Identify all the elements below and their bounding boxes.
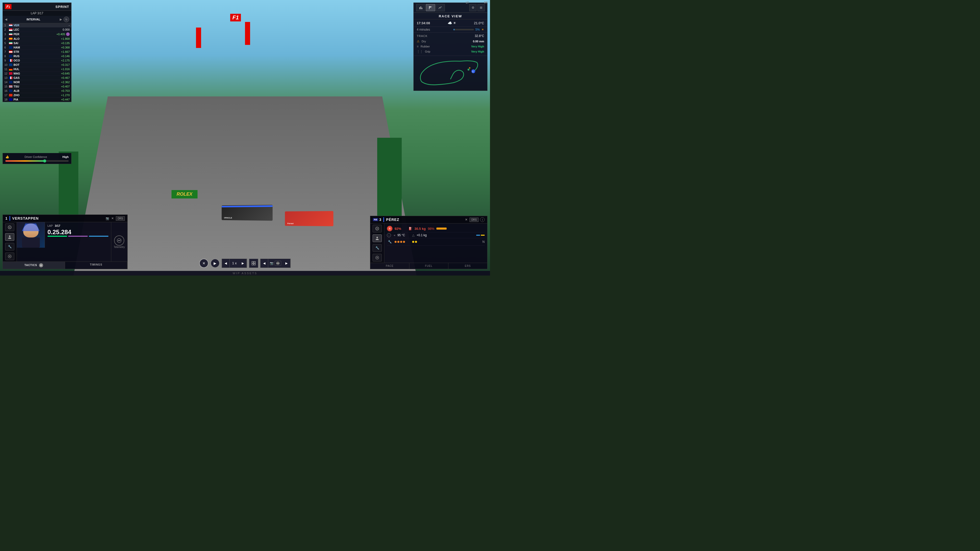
- wip-label: WIP ASSETS: [233, 272, 257, 275]
- driver-row[interactable]: 5 SAI +0.135: [3, 41, 71, 45]
- driver-row[interactable]: 2 LEC 0.000: [3, 27, 71, 32]
- dry-row: ⚠ Dry 0.00 mm: [417, 39, 484, 44]
- driver-row[interactable]: 1 VER -: [3, 23, 71, 27]
- driver-row[interactable]: 11 HUL +1.016: [3, 67, 71, 71]
- driver-code: MAG: [14, 72, 22, 75]
- tab-flag-view[interactable]: [426, 4, 435, 11]
- driver-row[interactable]: 8 RUS +0.146: [3, 54, 71, 59]
- driver-row[interactable]: 9 OCO +2.175: [3, 59, 71, 63]
- footer-fuel[interactable]: FUEL: [409, 263, 449, 269]
- sidebar-wrench-icon[interactable]: 🔧: [5, 243, 14, 251]
- pace-label: PACE: [372, 265, 407, 267]
- driver-flag: [9, 28, 13, 31]
- confidence-handle: [43, 159, 46, 162]
- view-mode-button[interactable]: [249, 259, 258, 268]
- driver-flag: [9, 42, 13, 44]
- driver-row[interactable]: 10 BOT +0.317: [3, 63, 71, 67]
- telemetry-icon: [114, 235, 124, 246]
- driver-code: PIA: [14, 98, 22, 101]
- close-per-panel[interactable]: ✕: [465, 218, 468, 221]
- driver-flag: [9, 59, 13, 62]
- per-position: 3: [379, 218, 381, 222]
- driver-row[interactable]: 6 HAM +0.368: [3, 45, 71, 50]
- track-map-svg: 1: [417, 58, 484, 89]
- sidebar-tyre-icon[interactable]: [5, 224, 14, 231]
- verstappen-panel: 1 VERSTAPPEN 📷 ✕ DRS 🔧: [3, 214, 127, 269]
- per-sidebar-strategy[interactable]: [372, 254, 382, 262]
- trigger-labels: LT RT: [466, 1, 487, 4]
- camera-icon[interactable]: 📷: [106, 217, 109, 220]
- close-ver-panel[interactable]: ✕: [111, 217, 114, 220]
- driver-row[interactable]: 12 MAG +0.645: [3, 71, 71, 76]
- refresh-button[interactable]: ↻: [64, 17, 69, 22]
- per-team-bar: [383, 218, 384, 222]
- driver-row[interactable]: 16 ALB +0.703: [3, 89, 71, 93]
- camera-controls: ◀ 📷 RS ▶: [260, 259, 291, 268]
- dot-3: [400, 241, 402, 243]
- camera-next[interactable]: ▶: [283, 259, 290, 268]
- tab-line-chart[interactable]: [436, 4, 445, 11]
- driver-row[interactable]: 15 TSU +0.407: [3, 84, 71, 89]
- footer-pace[interactable]: PACE: [370, 263, 409, 269]
- driver-gap: -: [68, 24, 70, 27]
- telemetry-section: Telemetry: [111, 222, 127, 262]
- driver-code: ZHO: [14, 94, 22, 97]
- driver-gap: +0.703: [61, 89, 70, 92]
- driver-position: 18: [4, 98, 9, 101]
- ers-label: ERS: [450, 265, 485, 267]
- driver-row[interactable]: 14 NOR +2.362: [3, 80, 71, 84]
- driver-gap: +0.368: [61, 46, 70, 49]
- per-wrench-small: 🔧: [387, 239, 393, 245]
- driver-row[interactable]: 7 STR +1.667: [3, 50, 71, 54]
- sidebar-driver-icon[interactable]: [5, 233, 14, 241]
- svg-point-8: [9, 227, 10, 228]
- driver-row[interactable]: 13 GAS +0.467: [3, 76, 71, 80]
- driver-row[interactable]: 3 PER +0.405: [3, 32, 71, 37]
- per-fuel-delta: +0.1 kg: [417, 233, 427, 237]
- info-button[interactable]: i: [480, 218, 485, 222]
- svg-rect-17: [254, 262, 256, 263]
- drs-btn-per[interactable]: DRS: [469, 218, 479, 222]
- confidence-value: High: [62, 156, 68, 159]
- driver-row[interactable]: 17 ZHO +1.270: [3, 93, 71, 97]
- driver-row[interactable]: 18 PIA +0.447: [3, 97, 71, 102]
- interval-prev[interactable]: ◀: [5, 17, 7, 21]
- settings-button[interactable]: ⚙: [469, 4, 476, 11]
- sidebar-strategy-icon[interactable]: [5, 252, 14, 260]
- driver-code: TSU: [14, 85, 22, 88]
- race-time: 17:34:08: [417, 21, 430, 25]
- svg-point-5: [468, 68, 469, 71]
- track-section: TRACK 32.8°C ⚠ Dry 0.00 mm ≡ Rubber Very…: [414, 33, 487, 56]
- tab-bar-chart[interactable]: [416, 4, 425, 11]
- dry-value: 0.00 mm: [473, 40, 484, 43]
- per-tyre-compound: S: [387, 226, 393, 231]
- driver-gap: +0.135: [61, 41, 70, 44]
- driver-flag: [9, 72, 13, 75]
- per-tyre-wear: 92%: [395, 227, 401, 230]
- grip-value: Very High: [471, 50, 484, 53]
- per-sidebar-wrench[interactable]: 🔧: [372, 244, 382, 252]
- expand-button[interactable]: ⊞: [477, 4, 485, 11]
- per-fuel-percent: 98%: [428, 227, 434, 230]
- interval-next[interactable]: ▶: [60, 17, 62, 21]
- per-sidebar-driver[interactable]: [372, 234, 382, 242]
- speed-controls: ◀ 1 x ▶: [222, 259, 247, 268]
- weather-sun-icon: ☁️ ☀: [448, 21, 456, 25]
- per-fuel-kg: 30.5 kg: [414, 227, 426, 230]
- driver-row[interactable]: 4 ALO +1.868: [3, 37, 71, 41]
- speed-right[interactable]: ▶: [239, 259, 247, 268]
- sector-2: [68, 236, 88, 237]
- speed-left[interactable]: ◀: [222, 259, 230, 268]
- driver-flag: [9, 38, 13, 40]
- footer-ers[interactable]: ERS: [449, 263, 487, 269]
- tab-timings[interactable]: TIMINGS: [65, 262, 127, 269]
- speed-display: 1 x: [230, 259, 239, 268]
- play-button[interactable]: ▶: [210, 259, 220, 268]
- tab-tactics[interactable]: TACTICS A: [3, 262, 65, 269]
- per-sidebar-tyre[interactable]: [372, 225, 382, 232]
- drs-btn-ver[interactable]: DRS: [116, 216, 125, 221]
- svg-rect-0: [419, 7, 420, 9]
- x-button[interactable]: ✕: [199, 259, 208, 268]
- camera-prev[interactable]: ◀: [261, 259, 268, 268]
- svg-point-14: [376, 237, 378, 238]
